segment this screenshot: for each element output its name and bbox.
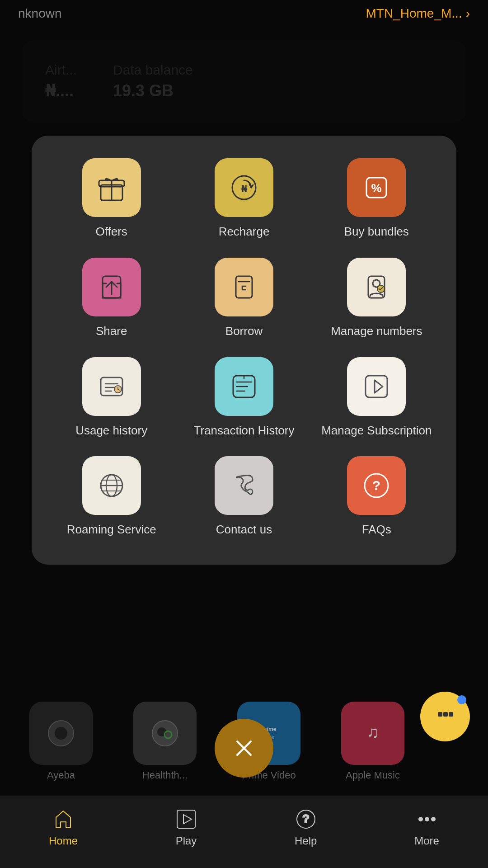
app-music: ♫ Apple Music: [325, 702, 420, 781]
menu-item-transaction-history[interactable]: Transaction History: [182, 357, 305, 439]
menu-item-contact-us[interactable]: Contact us: [182, 456, 305, 538]
nav-home[interactable]: Home: [49, 808, 78, 847]
quick-actions-menu: Offers ₦ Recharge % Buy bundles Share Bo…: [32, 136, 456, 565]
svg-rect-9: [236, 276, 252, 298]
svg-marker-27: [375, 380, 383, 393]
menu-grid: Offers ₦ Recharge % Buy bundles Share Bo…: [50, 158, 438, 538]
menu-item-label-usage-history: Usage history: [75, 423, 147, 439]
faqs-icon: ?: [347, 456, 406, 515]
play-icon: [175, 808, 197, 830]
ayeba-icon: [29, 702, 93, 765]
bundles-icon: %: [347, 158, 406, 217]
menu-item-label-manage-subscription: Manage Subscription: [321, 423, 432, 439]
menu-item-recharge[interactable]: ₦ Recharge: [182, 158, 305, 240]
chat-bubble-button[interactable]: [420, 692, 470, 741]
svg-point-57: [432, 817, 435, 821]
chevron-right-icon: ›: [466, 6, 470, 21]
svg-text:?: ?: [302, 812, 310, 826]
menu-item-label-roaming-service: Roaming Service: [67, 522, 156, 538]
menu-item-share[interactable]: Share: [50, 258, 173, 339]
nav-more[interactable]: More: [414, 808, 439, 847]
menu-item-label-borrow: Borrow: [225, 324, 263, 339]
menu-item-label-contact-us: Contact us: [216, 522, 272, 538]
more-icon: [416, 808, 438, 830]
menu-item-buy-bundles[interactable]: % Buy bundles: [315, 158, 438, 240]
menu-item-offers[interactable]: Offers: [50, 158, 173, 240]
notification-dot: [457, 695, 466, 704]
network-name: nknown: [18, 6, 62, 21]
ayeba-label: Ayeba: [47, 769, 75, 781]
bottom-nav: Home Play ? Help More: [0, 796, 488, 868]
nav-play-label: Play: [176, 835, 197, 847]
svg-point-36: [55, 727, 67, 740]
music-label: Apple Music: [346, 769, 400, 781]
roaming-icon: [82, 456, 141, 515]
nav-help[interactable]: ? Help: [295, 808, 317, 847]
recharge-icon: ₦: [215, 158, 273, 217]
menu-item-borrow[interactable]: Borrow: [182, 258, 305, 339]
home-icon: [52, 808, 74, 830]
gift-icon: [82, 158, 141, 217]
health-icon: [133, 702, 197, 765]
help-icon: ?: [295, 808, 317, 830]
borrow-icon: [215, 258, 273, 316]
contact-icon: [215, 456, 273, 515]
nav-help-label: Help: [295, 835, 317, 847]
svg-rect-49: [443, 712, 448, 717]
transaction-history-icon: [215, 357, 273, 416]
menu-item-label-transaction-history: Transaction History: [193, 423, 294, 439]
nav-play[interactable]: Play: [175, 808, 197, 847]
menu-item-label-share: Share: [96, 324, 127, 339]
menu-item-faqs[interactable]: ? FAQs: [315, 456, 438, 538]
usage-history-icon: [82, 357, 141, 416]
menu-item-roaming-service[interactable]: Roaming Service: [50, 456, 173, 538]
app-health: Healthth...: [117, 702, 212, 781]
svg-point-56: [425, 817, 429, 821]
nav-more-label: More: [414, 835, 439, 847]
svg-rect-26: [366, 376, 387, 397]
svg-rect-48: [438, 712, 442, 717]
menu-item-label-manage-numbers: Manage numbers: [331, 324, 422, 339]
menu-item-label-faqs: FAQs: [362, 522, 391, 538]
manage-numbers-icon: [347, 258, 406, 316]
status-bar: nknown MTN_Home_M... ›: [0, 0, 488, 27]
wifi-network: MTN_Home_M... ›: [366, 6, 470, 21]
svg-text:♫: ♫: [367, 723, 379, 741]
manage-subscription-icon: [347, 357, 406, 416]
menu-item-manage-numbers[interactable]: Manage numbers: [315, 258, 438, 339]
svg-text:₦: ₦: [241, 184, 247, 194]
app-ayeba: Ayeba: [14, 702, 108, 781]
svg-marker-52: [183, 815, 192, 824]
svg-rect-50: [449, 712, 453, 717]
svg-point-55: [419, 817, 422, 821]
svg-text:?: ?: [372, 478, 380, 493]
menu-item-usage-history[interactable]: Usage history: [50, 357, 173, 439]
menu-item-manage-subscription[interactable]: Manage Subscription: [315, 357, 438, 439]
nav-home-label: Home: [49, 835, 78, 847]
menu-item-label-recharge: Recharge: [219, 224, 270, 240]
svg-text:%: %: [371, 181, 382, 195]
share-icon: [82, 258, 141, 316]
music-icon: ♫: [341, 702, 404, 765]
health-label: Healthth...: [142, 769, 188, 781]
menu-item-label-buy-bundles: Buy bundles: [344, 224, 409, 240]
close-fab-button[interactable]: [215, 719, 273, 778]
menu-item-label-offers: Offers: [96, 224, 127, 240]
